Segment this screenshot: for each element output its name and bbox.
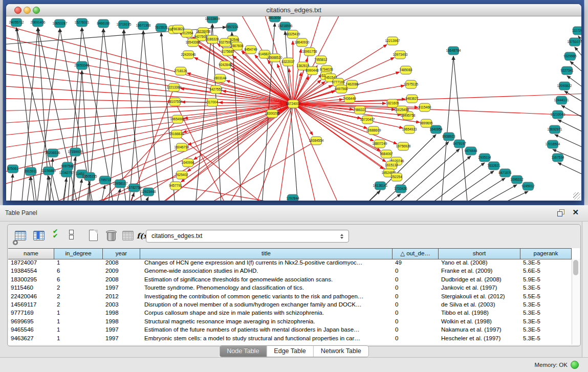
graph-node[interactable]: 17016504 <box>546 140 560 148</box>
scrollbar-thumb[interactable] <box>573 260 578 275</box>
graph-node[interactable]: 15276021 <box>75 18 90 27</box>
graph-node[interactable]: 8990448 <box>306 67 319 75</box>
graph-node[interactable]: 252254 <box>391 173 402 181</box>
graph-node[interactable]: 1733426 <box>394 185 407 193</box>
graph-node[interactable]: 10958107 <box>113 180 128 188</box>
graph-node[interactable]: 9463627 <box>405 95 419 103</box>
graph-node[interactable]: 7462086 <box>345 80 359 89</box>
graph-node[interactable]: 9684067 <box>380 150 393 158</box>
graph-node[interactable]: 16543382 <box>186 38 201 47</box>
graph-node[interactable]: 19218596 <box>278 22 293 30</box>
graph-node[interactable]: 317004 <box>207 98 218 106</box>
column-header-name[interactable]: name <box>8 249 54 259</box>
graph-node[interactable]: 15751074 <box>568 38 581 46</box>
table-row[interactable]: 977716911998Corpus callosum shape and si… <box>8 309 572 317</box>
graph-node[interactable]: 9327508 <box>219 38 232 47</box>
table-settings-icon[interactable] <box>14 229 27 244</box>
graph-node[interactable]: 1640954 <box>429 125 443 134</box>
graph-node[interactable]: 3915911 <box>25 167 37 176</box>
column-header-year[interactable]: year <box>103 249 140 259</box>
column-header-out_de[interactable]: △ out_de… <box>393 249 439 259</box>
graph-node[interactable]: 6497568 <box>335 85 348 93</box>
graph-node[interactable]: 1640994 <box>181 159 194 167</box>
graph-node[interactable]: 18807249 <box>373 140 387 148</box>
column-header-title[interactable]: title <box>140 249 393 259</box>
close-panel-icon[interactable]: ✕ <box>572 208 579 217</box>
select-all-check-icon[interactable]: ✔✔ <box>53 229 66 244</box>
graph-node[interactable]: 1117205 <box>572 27 581 35</box>
graph-node[interactable]: 8813054 <box>268 16 281 22</box>
graph-node[interactable]: 9457791 <box>169 182 182 190</box>
column-header-pagerank[interactable]: pagerank <box>520 249 572 259</box>
graph-node[interactable]: 7955812 <box>314 56 328 64</box>
graph-node[interactable]: 18325419 <box>286 30 300 38</box>
graph-node[interactable]: 8466160 <box>97 19 110 28</box>
graph-node[interactable]: 1096312 <box>510 176 524 184</box>
tab-network-table[interactable]: Network Table <box>314 346 368 357</box>
graph-node[interactable]: 19654985 <box>170 115 185 123</box>
graph-node[interactable]: 6479197 <box>453 140 466 148</box>
graph-node[interactable]: 15720407 <box>360 116 375 124</box>
graph-node[interactable]: 19756928 <box>396 142 411 150</box>
graph-node[interactable]: 1615132 <box>385 161 398 169</box>
graph-node[interactable]: 15692971 <box>548 125 562 134</box>
graph-node[interactable]: 16648784 <box>446 47 461 55</box>
graph-node[interactable]: 16671368 <box>136 21 151 30</box>
graph-node[interactable]: 12093822 <box>557 82 572 90</box>
table-row[interactable]: 2242004622012Investigating the contribut… <box>8 293 572 301</box>
graph-node[interactable]: 10973493 <box>393 51 408 59</box>
table-selector-dropdown[interactable]: citations_edges.txt <box>146 230 349 243</box>
graph-node[interactable]: 15166825 <box>169 130 184 138</box>
graph-node[interactable]: 17359939 <box>68 148 83 156</box>
graph-node[interactable]: 9899695 <box>420 119 433 127</box>
graph-node[interactable]: 9097588 <box>61 162 74 170</box>
graph-node[interactable]: 2803144 <box>213 74 227 82</box>
graph-node[interactable]: 16782759 <box>127 184 142 192</box>
graph-node[interactable]: 16033809 <box>205 16 220 23</box>
table-row[interactable]: 969969511998Structural magnetic resonanc… <box>8 318 572 326</box>
graph-node[interactable]: 15688520 <box>268 54 282 62</box>
graph-node[interactable]: 7986322 <box>353 106 366 114</box>
graph-node[interactable]: 8471876 <box>498 169 512 177</box>
table-row[interactable]: 911546021997Tourette syndrome. Phenomeno… <box>8 284 572 292</box>
graph-node[interactable]: 12923448 <box>141 188 156 196</box>
graph-node[interactable]: 13505155 <box>82 172 97 181</box>
graph-node[interactable]: 22420046 <box>181 51 196 59</box>
graph-hub-node[interactable]: 18724007 <box>286 100 301 108</box>
graph-node[interactable]: 18640910 <box>295 38 310 47</box>
graph-node[interactable]: 8322037 <box>281 58 295 66</box>
graph-node[interactable]: 10025458 <box>395 106 409 114</box>
graph-node[interactable]: 7625402 <box>175 171 188 179</box>
graph-node[interactable]: 8427552 <box>209 85 223 94</box>
graph-node[interactable]: 1167534 <box>552 154 564 162</box>
graph-node[interactable]: 11156865 <box>41 167 56 175</box>
tab-edge-table[interactable]: Edge Table <box>267 346 313 357</box>
column-header-short[interactable]: short <box>439 249 520 259</box>
column-header-in_degree[interactable]: in_degree <box>54 249 103 259</box>
graph-node[interactable]: 7485083 <box>399 66 412 74</box>
graph-node[interactable]: 20691406 <box>31 18 46 27</box>
graph-node[interactable]: 20206536 <box>46 149 60 157</box>
graph-node[interactable]: 10688609 <box>366 126 381 135</box>
graph-node[interactable]: 2718126 <box>174 67 187 75</box>
table-row[interactable]: 1872400712008Changes of HCN gene express… <box>8 259 572 267</box>
graph-node[interactable]: 9245012 <box>521 182 535 190</box>
graph-node[interactable]: 7857224 <box>225 23 238 31</box>
table-vertical-scrollbar[interactable] <box>572 259 580 344</box>
graph-node[interactable]: 7615526 <box>155 24 168 32</box>
graph-node[interactable]: 19384554 <box>309 137 324 145</box>
network-window[interactable]: citations_edges.txt 24055712206914061065… <box>6 4 581 201</box>
table-row[interactable]: 946554611997Estimation of the future num… <box>8 326 572 334</box>
column-select-icon[interactable] <box>32 229 46 244</box>
table-row[interactable]: 1830029562008Estimation of significance … <box>8 276 572 284</box>
graph-node[interactable]: 16961758 <box>302 48 317 56</box>
new-table-icon[interactable] <box>88 229 101 244</box>
network-canvas[interactable]: 2405571220691406106532871527602184661601… <box>6 16 581 201</box>
graph-node[interactable]: 8454749 <box>244 46 257 54</box>
graph-node[interactable]: 9115460 <box>419 103 431 112</box>
graph-node[interactable]: 8186328 <box>206 35 219 43</box>
graph-node[interactable]: 10653287 <box>53 19 68 28</box>
float-panel-icon[interactable] <box>557 209 564 216</box>
graph-node[interactable]: 9474444 <box>464 147 477 155</box>
graph-node[interactable]: 2935114 <box>478 154 491 162</box>
